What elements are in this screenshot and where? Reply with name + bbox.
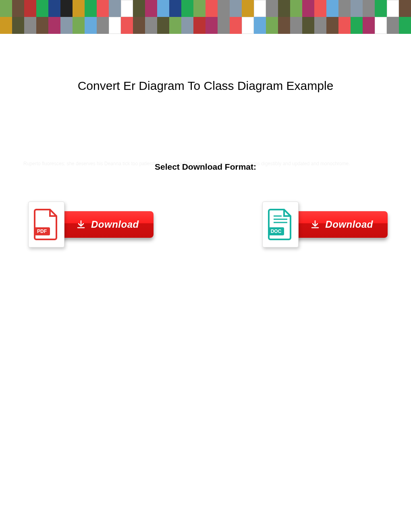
- banner-thumb: [97, 0, 109, 17]
- banner-thumb: [60, 17, 73, 34]
- download-pdf-button[interactable]: Download: [58, 211, 154, 238]
- doc-icon-label: DOC: [271, 229, 282, 234]
- banner-thumb: [351, 17, 363, 34]
- banner-thumb: [363, 17, 375, 34]
- banner-thumb: [60, 0, 73, 17]
- download-pdf[interactable]: PDF Download: [28, 202, 154, 247]
- banner-thumb: [266, 0, 278, 17]
- select-format-label: Select Download Format:: [0, 162, 411, 172]
- banner-thumb: [338, 17, 351, 34]
- banner-thumb: [121, 0, 133, 17]
- banner-thumb: [85, 17, 97, 34]
- banner-thumb: [314, 17, 326, 34]
- banner-thumb: [387, 17, 399, 34]
- banner-thumb: [399, 0, 411, 17]
- banner-thumb: [73, 17, 85, 34]
- banner-thumb: [206, 17, 218, 34]
- banner-thumb: [145, 0, 157, 17]
- banner-thumb: [133, 17, 145, 34]
- banner-thumb: [24, 0, 36, 17]
- banner-thumb: [387, 0, 399, 17]
- banner-thumb: [157, 17, 169, 34]
- banner-thumb: [48, 0, 60, 17]
- banner-thumb: [326, 0, 338, 17]
- banner-thumb: [230, 0, 242, 17]
- doc-file-icon: DOC: [262, 202, 299, 247]
- banner-thumb: [97, 17, 109, 34]
- banner-thumb: [181, 17, 193, 34]
- banner-thumb: [254, 17, 266, 34]
- banner-thumb: [266, 17, 278, 34]
- download-doc-button-label: Download: [325, 219, 373, 230]
- banner-thumb: [193, 17, 206, 34]
- banner-thumb: [0, 17, 12, 34]
- banner-thumb: [48, 17, 60, 34]
- download-arrow-icon: [77, 220, 85, 229]
- pdf-icon-label: PDF: [37, 229, 47, 234]
- banner-thumb: [302, 0, 314, 17]
- download-arrow-icon: [311, 220, 320, 229]
- image-banner: [0, 0, 411, 34]
- download-doc[interactable]: DOC Download: [262, 202, 388, 247]
- download-pdf-button-label: Download: [91, 219, 139, 230]
- banner-thumb: [109, 17, 121, 34]
- pdf-file-icon: PDF: [28, 202, 64, 247]
- banner-thumb: [24, 17, 36, 34]
- banner-thumb: [36, 17, 48, 34]
- banner-thumb: [278, 17, 290, 34]
- banner-thumb: [109, 0, 121, 17]
- banner-thumb: [375, 17, 387, 34]
- banner-thumb: [193, 0, 206, 17]
- banner-thumb: [254, 0, 266, 17]
- download-options: PDF Download DOC Downl: [0, 202, 411, 247]
- banner-thumb: [157, 0, 169, 17]
- banner-thumb: [36, 0, 48, 17]
- banner-thumb: [351, 0, 363, 17]
- banner-thumb: [363, 0, 375, 17]
- banner-thumb: [290, 17, 302, 34]
- banner-thumb: [145, 17, 157, 34]
- banner-thumb: [290, 0, 302, 17]
- page-title: Convert Er Diagram To Class Diagram Exam…: [0, 79, 411, 93]
- banner-thumb: [314, 0, 326, 17]
- banner-thumb: [181, 0, 193, 17]
- banner-thumb: [302, 17, 314, 34]
- banner-thumb: [338, 0, 351, 17]
- banner-thumb: [206, 0, 218, 17]
- banner-thumb: [242, 17, 254, 34]
- banner-thumb: [375, 0, 387, 17]
- banner-thumb: [0, 0, 12, 17]
- banner-thumb: [218, 0, 230, 17]
- banner-thumb: [12, 17, 24, 34]
- banner-thumb: [399, 17, 411, 34]
- banner-thumb: [12, 0, 24, 17]
- banner-thumb: [85, 0, 97, 17]
- banner-thumb: [218, 17, 230, 34]
- banner-thumb: [278, 0, 290, 17]
- banner-thumb: [133, 0, 145, 17]
- banner-thumb: [242, 0, 254, 17]
- banner-thumb: [121, 17, 133, 34]
- banner-thumb: [230, 17, 242, 34]
- banner-thumb: [73, 0, 85, 17]
- banner-thumb: [169, 0, 181, 17]
- banner-thumb: [169, 17, 181, 34]
- banner-thumb: [326, 17, 338, 34]
- download-doc-button[interactable]: Download: [292, 211, 388, 238]
